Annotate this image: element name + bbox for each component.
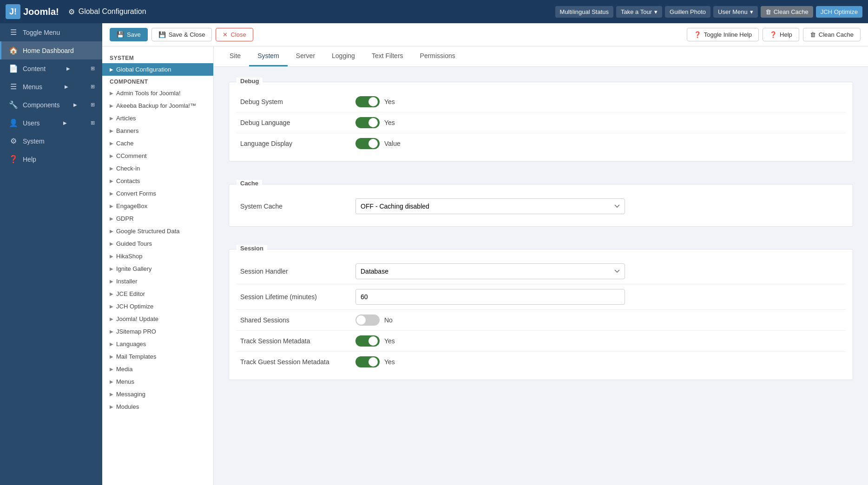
save-close-button[interactable]: 💾 Save & Close xyxy=(151,28,212,41)
save-icon: 💾 xyxy=(117,31,124,38)
clean-cache-toolbar-button[interactable]: 🗑 Clean Cache xyxy=(803,28,861,41)
sidebar-item-components[interactable]: 🔧 Components ▶ ⊞ xyxy=(0,96,102,114)
component-item-akeeba[interactable]: ▶ Akeeba Backup for Joomla!™ xyxy=(102,99,213,112)
track-session-metadata-toggle[interactable] xyxy=(355,335,380,347)
track-guest-session-metadata-toggle[interactable] xyxy=(355,356,380,367)
joomla-update-label: Joomla! Update xyxy=(116,315,158,322)
tab-permissions[interactable]: Permissions xyxy=(412,46,464,66)
sidebar-item-home-dashboard[interactable]: 🏠 Home Dashboard xyxy=(0,41,102,59)
save-close-label: Save & Close xyxy=(169,31,205,38)
clean-cache-toolbar-label: Clean Cache xyxy=(819,31,854,38)
component-item-jsitemap-pro[interactable]: ▶ JSitemap PRO xyxy=(102,325,213,338)
cache-section: Cache System Cache OFF - Caching disable… xyxy=(229,184,853,227)
component-item-hikashop[interactable]: ▶ HikaShop xyxy=(102,250,213,262)
modules-label: Modules xyxy=(116,403,139,410)
debug-system-toggle[interactable] xyxy=(355,96,380,107)
messaging-label: Messaging xyxy=(116,391,145,398)
user-menu-button[interactable]: User Menu ▾ xyxy=(713,6,758,18)
logo[interactable]: J! Joomla! xyxy=(6,4,59,19)
toolbar: 💾 Save 💾 Save & Close ✕ Close ❓ Toggle I… xyxy=(102,23,868,46)
component-item-modules[interactable]: ▶ Modules xyxy=(102,400,213,413)
debug-language-toggle[interactable] xyxy=(355,117,380,128)
sidebar-item-users[interactable]: 👤 Users ▶ ⊞ xyxy=(0,114,102,132)
component-item-joomla-update[interactable]: ▶ Joomla! Update xyxy=(102,313,213,325)
component-item-messaging[interactable]: ▶ Messaging xyxy=(102,388,213,400)
shared-sessions-control: No xyxy=(355,315,845,326)
debug-system-knob xyxy=(368,97,378,106)
session-lifetime-input[interactable] xyxy=(355,289,625,305)
cache-chevron: ▶ xyxy=(110,141,113,146)
debug-section-title: Debug xyxy=(237,78,263,85)
component-item-admin-tools[interactable]: ▶ Admin Tools for Joomla! xyxy=(102,87,213,99)
help-label: Help xyxy=(780,31,792,38)
track-guest-session-metadata-knob xyxy=(368,357,378,367)
jch-optimize-label: JCH Optimize xyxy=(116,303,153,310)
sidebar-item-system[interactable]: ⚙ System xyxy=(0,132,102,150)
tab-system[interactable]: System xyxy=(249,46,288,66)
global-config-item[interactable]: ▶ Global Configuration xyxy=(102,63,213,76)
component-item-contacts[interactable]: ▶ Contacts xyxy=(102,175,213,187)
session-handler-select[interactable]: Database Filesystem Memcached Redis APCu xyxy=(355,263,625,279)
sidebar-item-toggle-menu[interactable]: ☰ Toggle Menu xyxy=(0,23,102,41)
jce-editor-label: JCE Editor xyxy=(116,290,145,297)
settings-body: Debug Debug System Yes xyxy=(214,67,868,395)
user-menu-label: User Menu xyxy=(718,8,748,15)
toggle-inline-help-button[interactable]: ❓ Toggle Inline Help xyxy=(687,28,759,41)
sidebar-item-content[interactable]: 📄 Content ▶ ⊞ xyxy=(0,59,102,78)
component-item-menus[interactable]: ▶ Menus xyxy=(102,375,213,388)
component-item-mail-templates[interactable]: ▶ Mail Templates xyxy=(102,350,213,363)
session-lifetime-control xyxy=(355,289,845,305)
component-item-gdpr[interactable]: ▶ GDPR xyxy=(102,212,213,225)
component-item-articles[interactable]: ▶ Articles xyxy=(102,112,213,125)
language-display-toggle[interactable] xyxy=(355,138,380,149)
component-item-engagebox[interactable]: ▶ EngageBox xyxy=(102,200,213,212)
tab-server[interactable]: Server xyxy=(288,46,323,66)
component-item-guided-tours[interactable]: ▶ Guided Tours xyxy=(102,237,213,250)
help-question-icon: ❓ xyxy=(694,31,701,38)
component-item-jch-optimize[interactable]: ▶ JCH Optimize xyxy=(102,300,213,313)
menus-arrow-icon: ▶ xyxy=(65,84,68,89)
take-a-tour-button[interactable]: Take a Tour ▾ xyxy=(616,6,662,18)
language-display-label: Language Display xyxy=(237,140,348,147)
tab-text-filters[interactable]: Text Filters xyxy=(363,46,412,66)
language-display-knob xyxy=(368,139,378,148)
tab-logging[interactable]: Logging xyxy=(323,46,363,66)
component-item-google-structured[interactable]: ▶ Google Structured Data xyxy=(102,225,213,237)
track-guest-session-metadata-row: Track Guest Session Metadata Yes xyxy=(237,352,845,372)
tab-site[interactable]: Site xyxy=(221,46,249,66)
banners-label: Banners xyxy=(116,127,138,134)
system-cache-select[interactable]: OFF - Caching disabled ON - Conservative… xyxy=(355,198,625,214)
main-layout: ☰ Toggle Menu 🏠 Home Dashboard 📄 Content… xyxy=(0,23,868,485)
component-item-ccomment[interactable]: ▶ CComment xyxy=(102,150,213,162)
component-item-jce-editor[interactable]: ▶ JCE Editor xyxy=(102,288,213,300)
save-button[interactable]: 💾 Save xyxy=(110,28,148,41)
sidebar-users-label: Users xyxy=(23,119,40,127)
jch-optimize-button[interactable]: JCH Optimize xyxy=(816,6,862,18)
multilingual-status-button[interactable]: Multilingual Status xyxy=(555,6,614,18)
debug-system-row: Debug System Yes xyxy=(237,92,845,112)
component-item-media[interactable]: ▶ Media xyxy=(102,363,213,375)
tab-server-label: Server xyxy=(296,52,315,59)
global-config-label: Global Configuration xyxy=(116,66,171,73)
help-button[interactable]: ❓ Help xyxy=(763,28,799,41)
sidebar-item-help[interactable]: ❓ Help xyxy=(0,150,102,168)
component-item-installer[interactable]: ▶ Installer xyxy=(102,275,213,288)
component-item-ignite-gallery[interactable]: ▶ Ignite Gallery xyxy=(102,262,213,275)
top-clean-cache-button[interactable]: 🗑 Clean Cache xyxy=(761,6,813,18)
component-item-convert-forms[interactable]: ▶ Convert Forms xyxy=(102,187,213,200)
left-panel: System ▶ Global Configuration Component … xyxy=(102,46,214,485)
component-item-checkin[interactable]: ▶ Check-in xyxy=(102,162,213,175)
component-item-cache[interactable]: ▶ Cache xyxy=(102,137,213,150)
debug-language-row: Debug Language Yes xyxy=(237,112,845,133)
shared-sessions-toggle[interactable] xyxy=(355,315,380,326)
sidebar-item-menus[interactable]: ☰ Menus ▶ ⊞ xyxy=(0,78,102,96)
convert-forms-label: Convert Forms xyxy=(116,190,156,197)
guillen-photo-button[interactable]: Guillen Photo xyxy=(665,6,710,18)
sidebar-components-label: Components xyxy=(23,101,59,109)
banners-chevron: ▶ xyxy=(110,128,113,133)
joomla-logo-icon: J! xyxy=(6,4,20,19)
menus-icon: ☰ xyxy=(9,82,18,91)
component-item-banners[interactable]: ▶ Banners xyxy=(102,125,213,137)
close-button[interactable]: ✕ Close xyxy=(216,28,253,41)
component-item-languages[interactable]: ▶ Languages xyxy=(102,338,213,350)
